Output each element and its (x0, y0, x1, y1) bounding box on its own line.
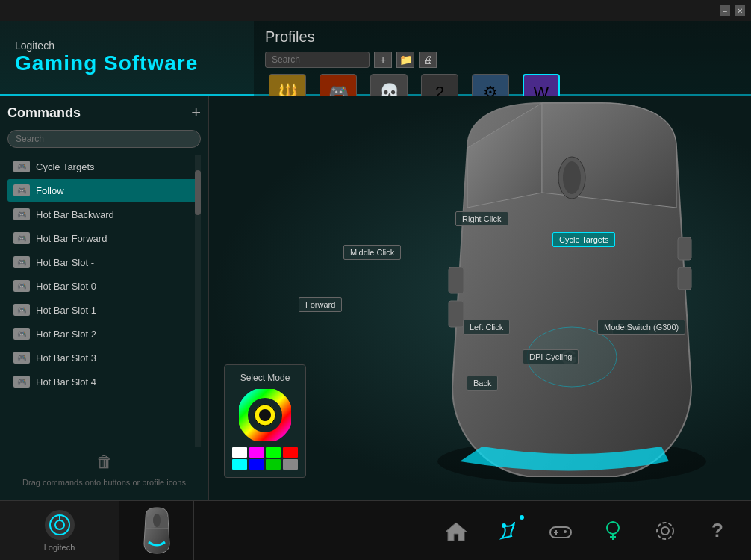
svg-point-28 (657, 523, 673, 539)
command-item-6[interactable]: 🎮 Hot Bar Slot 1 (7, 299, 201, 321)
svg-point-2 (563, 161, 581, 194)
svg-rect-6 (678, 267, 691, 290)
cmd-label-8: Hot Bar Slot 3 (36, 352, 96, 364)
color-swatch-5[interactable] (249, 459, 264, 470)
drag-hint: Drag commands onto buttons or profile ic… (7, 472, 201, 493)
color-swatch-1[interactable] (249, 447, 264, 458)
commands-title: Commands (7, 105, 81, 121)
scrollbar[interactable] (195, 155, 201, 447)
svg-rect-3 (449, 267, 464, 293)
taskbar-brand-label: Logitech (44, 543, 75, 552)
brand: Logitech Gaming Software (15, 40, 198, 75)
commands-add-button[interactable]: + (191, 103, 201, 122)
command-item-8[interactable]: 🎮 Hot Bar Slot 3 (7, 346, 201, 369)
minimize-button[interactable]: – (720, 5, 730, 16)
color-mode-title: Select Mode (232, 373, 298, 383)
color-swatch-3[interactable] (283, 447, 298, 458)
middle-click-label[interactable]: Middle Click (343, 245, 401, 260)
svg-point-12 (259, 409, 271, 421)
right-click-label[interactable]: Right Click (455, 211, 508, 226)
command-item-1[interactable]: 🎮 Follow (7, 179, 201, 202)
command-item-9[interactable]: 🎮 Hot Bar Slot 4 (7, 370, 201, 393)
color-swatch-7[interactable] (283, 459, 298, 470)
taskbar-nav-home[interactable] (437, 512, 475, 550)
svg-point-14 (55, 520, 64, 529)
color-swatch-2[interactable] (266, 447, 281, 458)
command-item-7[interactable]: 🎮 Hot Bar Slot 2 (7, 323, 201, 345)
cmd-icon-5: 🎮 (13, 280, 30, 292)
folder-button[interactable]: 📁 (396, 52, 414, 68)
left-click-label[interactable]: Left Click (463, 320, 510, 335)
cmd-icon-0: 🎮 (13, 161, 30, 172)
mouse-visual: G (333, 96, 751, 500)
cmd-label-0: Cycle Targets (36, 161, 95, 172)
color-swatch-4[interactable] (232, 459, 247, 470)
taskbar-mouse-button[interactable] (119, 501, 194, 561)
cmd-icon-2: 🎮 (13, 208, 30, 220)
forward-label[interactable]: Forward (299, 297, 342, 312)
scrollbar-thumb[interactable] (195, 170, 201, 215)
color-mode-panel: Select Mode (224, 364, 306, 478)
cmd-label-4: Hot Bar Slot - (36, 257, 94, 268)
delete-button[interactable]: 🗑 (96, 452, 113, 472)
cmd-label-2: Hot Bar Backward (36, 209, 114, 220)
color-swatch-6[interactable] (266, 459, 281, 470)
svg-point-19 (502, 523, 506, 528)
mode-switch-label[interactable]: Mode Switch (G300) (597, 320, 685, 335)
close-button[interactable]: ✕ (735, 5, 745, 16)
color-swatch-0[interactable] (232, 447, 247, 458)
logitech-icon (45, 510, 75, 540)
cmd-icon-1: 🎮 (13, 184, 30, 196)
command-item-2[interactable]: 🎮 Hot Bar Backward (7, 203, 201, 225)
commands-panel: Commands + 🎮 Cycle Targets 🎮 Follow 🎮 Ho… (0, 96, 209, 500)
cmd-icon-8: 🎮 (13, 352, 30, 364)
command-item-3[interactable]: 🎮 Hot Bar Forward (7, 227, 201, 249)
taskbar-nav-gamepad[interactable] (542, 512, 579, 550)
cmd-label-3: Hot Bar Forward (36, 233, 107, 244)
cmd-label-7: Hot Bar Slot 2 (36, 329, 96, 340)
color-wheel[interactable] (239, 389, 291, 441)
command-item-0[interactable]: 🎮 Cycle Targets (7, 155, 201, 178)
back-label[interactable]: Back (467, 376, 498, 391)
mouse-area: G Right Click Middle (209, 96, 751, 500)
nav-active-dot (520, 515, 524, 520)
cmd-label-1: Follow (36, 185, 64, 196)
main-area: Commands + 🎮 Cycle Targets 🎮 Follow 🎮 Ho… (0, 96, 751, 500)
command-item-5[interactable]: 🎮 Hot Bar Slot 0 (7, 275, 201, 297)
cmd-label-9: Hot Bar Slot 4 (36, 376, 96, 388)
profiles-search-row: + 📁 🖨 (265, 52, 740, 68)
title-bar: – ✕ (0, 0, 751, 21)
dpi-cycling-label[interactable]: DPI Cycling (523, 349, 579, 364)
svg-rect-4 (449, 301, 464, 327)
taskbar-nav-settings[interactable] (646, 512, 684, 550)
print-button[interactable]: 🖨 (419, 52, 437, 68)
cmd-icon-4: 🎮 (13, 256, 30, 268)
svg-marker-18 (446, 523, 467, 541)
taskbar-nav-cursor[interactable] (490, 512, 527, 550)
cmd-icon-6: 🎮 (13, 304, 30, 316)
cycle-targets-label[interactable]: Cycle Targets (552, 232, 615, 247)
commands-search-input[interactable] (7, 130, 201, 148)
svg-rect-5 (678, 237, 691, 260)
taskbar-nav: ? (194, 512, 751, 550)
cmd-icon-3: 🎮 (13, 232, 30, 244)
command-item-4[interactable]: 🎮 Hot Bar Slot - (7, 251, 201, 273)
svg-rect-20 (550, 527, 571, 538)
cmd-icon-9: 🎮 (13, 376, 30, 388)
commands-list: 🎮 Cycle Targets 🎮 Follow 🎮 Hot Bar Backw… (7, 155, 201, 447)
commands-header: Commands + (7, 103, 201, 122)
add-profile-button[interactable]: + (374, 52, 392, 68)
profiles-search-input[interactable] (265, 52, 370, 68)
taskbar-brand: Logitech (0, 501, 119, 561)
taskbar-nav-light[interactable] (594, 512, 632, 550)
profiles-title: Profiles (265, 28, 740, 46)
cmd-label-5: Hot Bar Slot 0 (36, 281, 96, 292)
taskbar: Logitech ? (0, 500, 751, 560)
taskbar-nav-help[interactable]: ? (699, 512, 736, 550)
brand-main: Gaming Software (15, 52, 198, 75)
svg-point-16 (153, 514, 161, 527)
svg-point-27 (661, 527, 669, 535)
cmd-icon-7: 🎮 (13, 328, 30, 340)
color-swatches (232, 447, 298, 470)
brand-top: Logitech (15, 40, 198, 52)
